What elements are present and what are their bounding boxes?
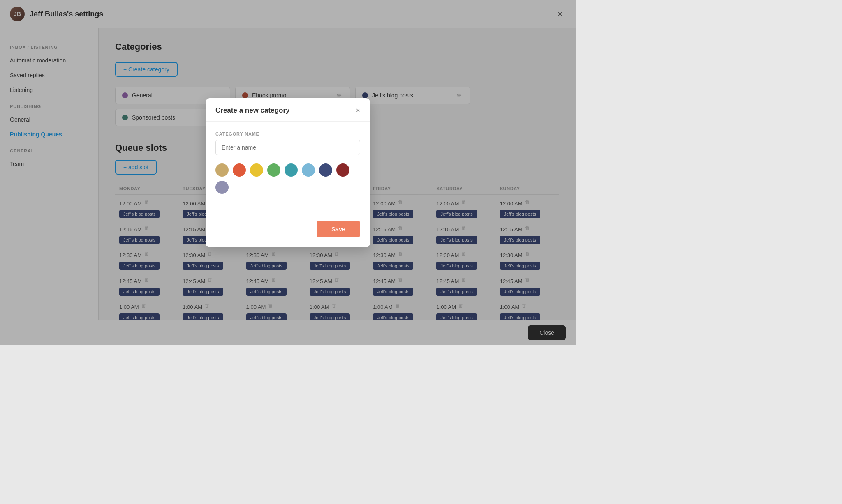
color-swatch-3[interactable]: [267, 163, 280, 177]
modal-body: CATEGORY NAME: [206, 122, 370, 221]
settings-window: JB Jeff Bullas's settings × INBOX / LIST…: [0, 0, 576, 345]
save-category-button[interactable]: Save: [317, 221, 360, 237]
category-name-input[interactable]: [215, 140, 360, 155]
modal-overlay: Create a new category × CATEGORY NAME Sa…: [0, 0, 576, 345]
category-name-label: CATEGORY NAME: [215, 131, 360, 136]
color-picker: [215, 163, 360, 194]
color-swatch-4[interactable]: [285, 163, 298, 177]
color-swatch-1[interactable]: [233, 163, 246, 177]
color-swatch-0[interactable]: [215, 163, 229, 177]
color-swatch-6[interactable]: [319, 163, 332, 177]
create-category-modal: Create a new category × CATEGORY NAME Sa…: [206, 98, 370, 247]
modal-footer: Save: [206, 221, 370, 247]
color-swatch-7[interactable]: [336, 163, 349, 177]
modal-close-button[interactable]: ×: [356, 107, 360, 114]
color-swatch-5[interactable]: [302, 163, 315, 177]
color-swatch-2[interactable]: [250, 163, 263, 177]
modal-divider: [215, 204, 360, 204]
modal-header: Create a new category ×: [206, 98, 370, 122]
modal-title: Create a new category: [215, 106, 289, 115]
color-swatch-8[interactable]: [215, 181, 229, 194]
